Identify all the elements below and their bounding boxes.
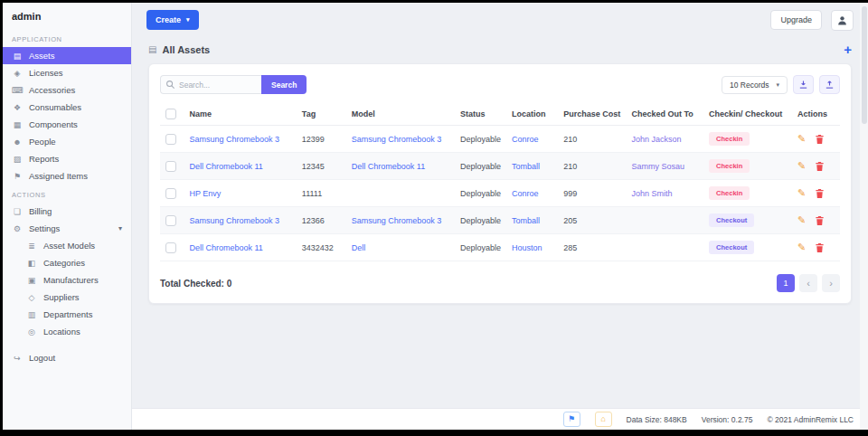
column-header-status: Status	[455, 103, 506, 126]
user-avatar-button[interactable]	[831, 10, 854, 31]
sidebar-item-categories[interactable]: ◧ Categories	[3, 254, 131, 271]
sidebar-item-settings[interactable]: ⚙ Settings ▾	[3, 220, 131, 237]
asset-model-link[interactable]: Samsung Chromebook 3	[346, 207, 455, 234]
checked-out-to-link[interactable]	[627, 207, 704, 234]
asset-purchase-cost: 205	[558, 207, 626, 234]
checked-out-to-link[interactable]	[627, 234, 704, 261]
edit-icon[interactable]: ✎	[797, 214, 806, 225]
asset-name-link[interactable]: Samsung Chromebook 3	[184, 126, 296, 153]
statusbar-home-button[interactable]: ⌂	[595, 412, 612, 427]
checkin-checkout-button[interactable]: Checkin	[709, 186, 750, 200]
sidebar-item-label: Billing	[29, 206, 52, 216]
asset-name-link[interactable]: Samsung Chromebook 3	[184, 207, 296, 234]
add-asset-button[interactable]: +	[844, 43, 852, 56]
sidebar-item-label: People	[29, 137, 56, 147]
sidebar-item-accessories[interactable]: ⌨ Accessories	[3, 81, 131, 99]
search-button[interactable]: Search	[261, 75, 307, 94]
sidebar-item-consumables[interactable]: ❖ Consumables	[3, 99, 131, 116]
import-button[interactable]	[819, 75, 840, 94]
previous-page-button[interactable]: ‹	[799, 274, 817, 292]
edit-icon[interactable]: ✎	[797, 187, 806, 198]
scrollbar[interactable]	[860, 3, 868, 430]
table-row: Samsung Chromebook 3 12366 Samsung Chrom…	[160, 207, 840, 234]
asset-name-link[interactable]: HP Envy	[184, 180, 296, 207]
row-checkbox[interactable]	[165, 215, 176, 226]
sidebar-item-licenses[interactable]: ◈ Licenses	[3, 64, 131, 81]
delete-icon[interactable]	[815, 161, 825, 172]
license-icon: ◈	[12, 69, 23, 78]
asset-model-link[interactable]	[346, 180, 455, 207]
delete-icon[interactable]	[815, 242, 825, 253]
asset-model-link[interactable]: Samsung Chromebook 3	[346, 126, 455, 153]
asset-location-link[interactable]: Tomball	[506, 153, 558, 180]
scrollbar-thumb[interactable]	[862, 6, 867, 124]
sidebar-item-departments[interactable]: ▥ Departments	[3, 306, 131, 323]
row-checkbox[interactable]	[165, 188, 176, 199]
records-select[interactable]: 10 Records ▾	[722, 76, 788, 94]
select-all-checkbox[interactable]	[165, 109, 176, 119]
keyboard-icon: ⌨	[12, 86, 23, 95]
export-button[interactable]	[793, 75, 814, 94]
sidebar-item-billing[interactable]: ❏ Billing	[3, 203, 131, 220]
categories-icon: ◧	[26, 259, 37, 268]
asset-location-link[interactable]: Conroe	[506, 126, 558, 153]
sidebar-item-logout[interactable]: ↪ Logout	[3, 349, 131, 366]
sidebar-item-assets[interactable]: ▤ Assets	[3, 47, 131, 64]
sidebar-item-asset-models[interactable]: ≣ Asset Models	[3, 237, 131, 254]
sidebar-item-people[interactable]: ☻ People	[3, 133, 131, 150]
asset-model-link[interactable]: Dell Chromebook 11	[346, 153, 455, 180]
total-checked-label: Total Checked:	[160, 279, 224, 289]
next-page-button[interactable]: ›	[822, 274, 840, 292]
sidebar-item-label: Locations	[43, 327, 80, 336]
column-header-actions: Actions	[792, 103, 840, 126]
delete-icon[interactable]	[815, 215, 825, 226]
sidebar-item-label: Categories	[43, 258, 85, 268]
edit-icon[interactable]: ✎	[797, 242, 806, 252]
asset-status: Deployable	[455, 126, 506, 153]
asset-tag: 3432432	[297, 234, 346, 261]
sidebar-item-locations[interactable]: ◎ Locations	[3, 323, 131, 340]
edit-icon[interactable]: ✎	[797, 160, 806, 171]
statusbar-flag-button[interactable]: ⚑	[563, 412, 580, 427]
asset-purchase-cost: 210	[558, 153, 626, 180]
sidebar-item-suppliers[interactable]: ◇ Suppliers	[3, 289, 131, 306]
checkin-checkout-button[interactable]: Checkin	[709, 159, 750, 173]
checkin-checkout-button[interactable]: Checkout	[709, 213, 754, 227]
checked-out-to-link[interactable]: Sammy Sosau	[627, 153, 704, 180]
delete-icon[interactable]	[815, 134, 825, 145]
asset-location-link[interactable]: Tomball	[506, 207, 558, 234]
sidebar-item-manufacturers[interactable]: ▣ Manufacturers	[3, 271, 131, 289]
download-icon	[798, 80, 808, 90]
chevron-down-icon: ▾	[186, 16, 190, 24]
page-number-button[interactable]: 1	[777, 274, 795, 292]
row-checkbox[interactable]	[165, 134, 176, 145]
asset-status: Deployable	[455, 153, 506, 180]
sidebar-item-reports[interactable]: ▨ Reports	[3, 150, 131, 167]
asset-tag: 12366	[297, 207, 346, 234]
row-checkbox[interactable]	[165, 161, 176, 172]
search-group: Search	[160, 75, 307, 94]
asset-model-link[interactable]: Dell	[346, 234, 455, 261]
asset-name-link[interactable]: Dell Chromebook 11	[184, 234, 296, 261]
checked-out-to-link[interactable]: John Smith	[627, 180, 704, 207]
chevron-left-icon: ‹	[807, 278, 810, 289]
sidebar-item-assigned-items[interactable]: ⚑ Assigned Items	[3, 167, 131, 185]
checkin-checkout-button[interactable]: Checkin	[709, 132, 750, 146]
upgrade-button[interactable]: Upgrade	[770, 10, 822, 30]
checkin-checkout-button[interactable]: Checkout	[709, 241, 754, 254]
edit-icon[interactable]: ✎	[797, 133, 806, 144]
delete-icon[interactable]	[815, 188, 825, 199]
create-button[interactable]: Create ▾	[146, 10, 199, 30]
manufacturers-icon: ▣	[26, 276, 37, 285]
sidebar-item-label: Settings	[29, 223, 60, 233]
chip-icon: ▦	[12, 120, 23, 129]
asset-name-link[interactable]: Dell Chromebook 11	[184, 153, 296, 180]
sidebar-item-components[interactable]: ▦ Components	[3, 116, 131, 133]
sidebar-item-label: Assets	[29, 51, 55, 61]
chevron-right-icon: ›	[829, 278, 833, 289]
gear-icon: ⚙	[12, 224, 23, 233]
asset-location-link[interactable]: Conroe	[506, 180, 558, 207]
row-checkbox[interactable]	[165, 242, 176, 253]
asset-location-link[interactable]: Houston	[506, 234, 558, 261]
checked-out-to-link[interactable]: John Jackson	[627, 126, 704, 153]
